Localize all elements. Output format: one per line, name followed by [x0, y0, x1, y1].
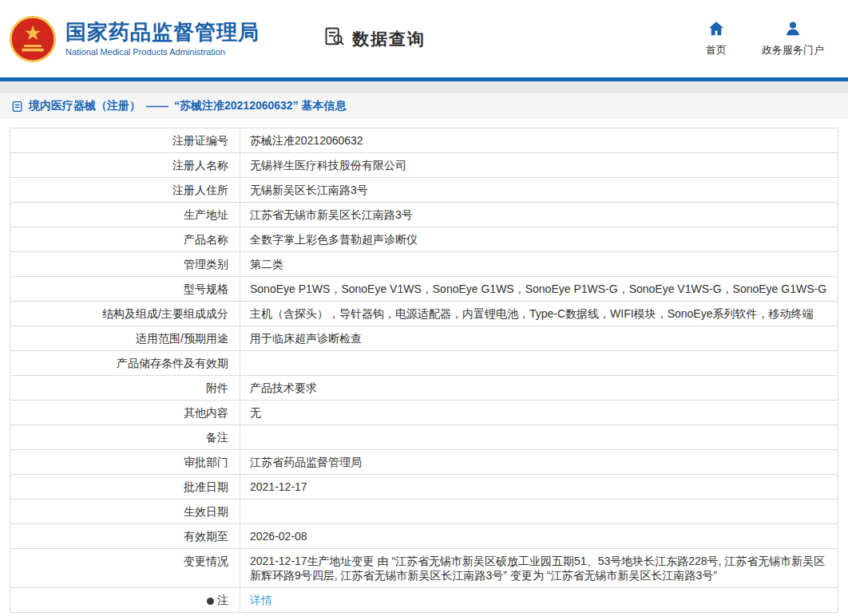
row-label: 注册人住所 — [10, 178, 240, 202]
row-label: 附件 — [10, 376, 240, 400]
table-row: 产品名称 全数字掌上彩色多普勒超声诊断仪 — [10, 227, 838, 252]
main-content: 注册证编号 苏械注准20212060632 注册人名称 无锡祥生医疗科技股份有限… — [0, 128, 848, 613]
row-label: 适用范围/预期用途 — [10, 326, 240, 350]
row-label: 其他内容 — [10, 401, 240, 424]
row-label: 注册证编号 — [10, 128, 240, 152]
row-value: 2021-12-17生产地址变更 由 “江苏省无锡市新吴区硕放工业园五期51、5… — [240, 549, 838, 587]
data-query-heading: 数据查询 — [323, 26, 426, 52]
row-value: 详情 — [240, 588, 838, 612]
note-bullet-icon — [207, 598, 214, 605]
row-label: 结构及组成/主要组成成分 — [10, 302, 240, 326]
breadcrumb: 境内医疗器械（注册） —— “苏械注准20212060632” 基本信息 — [0, 93, 848, 119]
agency-name-zh: 国家药品监督管理局 — [65, 21, 260, 45]
table-row: 生产地址 江苏省无锡市新吴区长江南路3号 — [10, 203, 838, 227]
registration-info-table: 注册证编号 苏械注准20212060632 注册人名称 无锡祥生医疗科技股份有限… — [10, 128, 838, 613]
row-label: 型号规格 — [10, 277, 240, 301]
table-row: 注册证编号 苏械注准20212060632 — [10, 128, 838, 153]
row-label: 管理类别 — [10, 252, 240, 276]
row-value: 2021-12-17 — [240, 475, 838, 499]
site-header: ★ 国家药品监督管理局 National Medical Products Ad… — [0, 0, 848, 77]
home-icon — [707, 20, 725, 40]
table-row: 适用范围/预期用途 用于临床超声诊断检查 — [10, 326, 838, 351]
page: ★ 国家药品监督管理局 National Medical Products Ad… — [0, 0, 848, 613]
table-row: 结构及组成/主要组成成分 主机（含探头），导针器钩，电源适配器，内置锂电池，Ty… — [10, 302, 838, 326]
row-value: 第二类 — [240, 252, 838, 276]
person-icon — [784, 20, 802, 40]
table-row: 批准日期 2021-12-17 — [10, 475, 838, 500]
row-value: 全数字掌上彩色多普勒超声诊断仪 — [240, 227, 838, 251]
nav-home-label: 首页 — [706, 43, 727, 57]
table-row: 其他内容 无 — [10, 401, 838, 425]
table-row-note: 注 详情 — [10, 588, 838, 612]
data-query-icon — [323, 26, 346, 52]
breadcrumb-current: “苏械注准20212060632” 基本信息 — [174, 99, 347, 113]
table-row: 产品储存条件及有效期 — [10, 351, 838, 376]
row-value — [240, 500, 838, 523]
table-row: 备注 — [10, 425, 838, 450]
table-row: 注册人名称 无锡祥生医疗科技股份有限公司 — [10, 153, 838, 178]
row-value: 无 — [240, 401, 838, 424]
row-value: 产品技术要求 — [240, 376, 838, 400]
gray-strip — [0, 81, 848, 93]
row-value: 江苏省药品监督管理局 — [240, 450, 838, 474]
table-row: 管理类别 第二类 — [10, 252, 838, 277]
table-row: 变更情况 2021-12-17生产地址变更 由 “江苏省无锡市新吴区硕放工业园五… — [10, 549, 838, 588]
row-value: 无锡新吴区长江南路3号 — [240, 178, 838, 202]
row-label: 注册人名称 — [10, 153, 240, 177]
row-label: 批准日期 — [10, 475, 240, 499]
breadcrumb-category[interactable]: 境内医疗器械（注册） — [29, 99, 141, 113]
row-label: 审批部门 — [10, 450, 240, 474]
row-value: 苏械注准20212060632 — [240, 128, 838, 152]
svg-text:★: ★ — [24, 21, 42, 43]
row-label: 产品名称 — [10, 227, 240, 251]
agency-name: 国家药品监督管理局 National Medical Products Admi… — [65, 21, 260, 57]
row-value: 2026-02-08 — [240, 524, 838, 548]
row-label: 有效期至 — [10, 524, 240, 548]
note-label: 注 — [217, 594, 228, 606]
row-value — [240, 425, 838, 449]
data-query-label: 数据查询 — [352, 28, 426, 50]
national-emblem-icon: ★ — [10, 16, 56, 62]
row-label: 生产地址 — [10, 203, 240, 227]
row-value: 主机（含探头），导针器钩，电源适配器，内置锂电池，Type-C数据线，WIFI模… — [240, 302, 838, 326]
nav-portal-label: 政务服务门户 — [762, 43, 824, 57]
table-row: 注册人住所 无锡新吴区长江南路3号 — [10, 178, 838, 203]
breadcrumb-separator: —— — [146, 100, 168, 113]
table-row: 附件 产品技术要求 — [10, 376, 838, 401]
row-value: SonoEye P1WS，SonoEye V1WS，SonoEye G1WS，S… — [240, 277, 838, 301]
row-label: 变更情况 — [10, 549, 240, 587]
table-row: 型号规格 SonoEye P1WS，SonoEye V1WS，SonoEye G… — [10, 277, 838, 302]
row-label: 注 — [10, 588, 240, 612]
agency-name-en: National Medical Products Administration — [65, 47, 260, 57]
document-icon — [11, 101, 23, 113]
nav-portal[interactable]: 政务服务门户 — [762, 20, 824, 57]
detail-link[interactable]: 详情 — [250, 594, 272, 606]
table-row: 生效日期 — [10, 500, 838, 524]
row-value: 无锡祥生医疗科技股份有限公司 — [240, 153, 838, 177]
row-label: 备注 — [10, 425, 240, 449]
row-value: 江苏省无锡市新吴区长江南路3号 — [240, 203, 838, 227]
row-value: 用于临床超声诊断检查 — [240, 326, 838, 350]
table-row: 有效期至 2026-02-08 — [10, 524, 838, 549]
row-label: 生效日期 — [10, 500, 240, 523]
nav-home[interactable]: 首页 — [706, 20, 727, 57]
row-label: 产品储存条件及有效期 — [10, 351, 240, 375]
agency-logo[interactable]: ★ 国家药品监督管理局 National Medical Products Ad… — [10, 16, 260, 62]
top-nav: 首页 政务服务门户 — [706, 20, 824, 57]
table-row: 审批部门 江苏省药品监督管理局 — [10, 450, 838, 475]
row-value — [240, 351, 838, 375]
